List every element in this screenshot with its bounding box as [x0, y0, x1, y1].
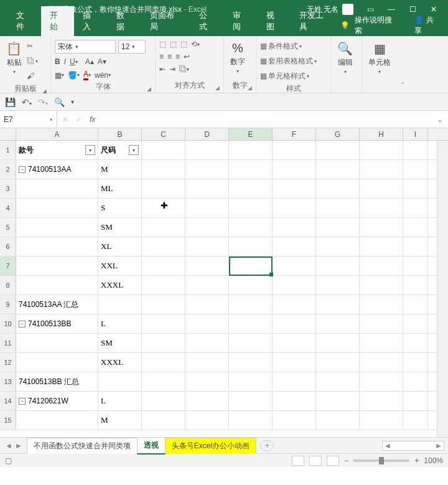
cell[interactable]: XXXL — [98, 276, 142, 294]
row-header[interactable]: 8 — [0, 276, 16, 294]
underline-button[interactable]: U ▾ — [70, 57, 78, 66]
align-center-button[interactable]: ≡ — [167, 52, 172, 61]
cell[interactable] — [185, 411, 229, 430]
cell[interactable] — [273, 141, 316, 159]
cell[interactable]: −74100513AA — [16, 160, 98, 179]
cell[interactable] — [273, 179, 316, 198]
cell-styles-button[interactable]: ▦单元格样式▾ — [260, 70, 309, 82]
align-middle-button[interactable]: ⬚ — [170, 40, 177, 49]
col-header[interactable]: C — [142, 128, 185, 140]
cell[interactable]: SM — [98, 334, 142, 352]
cell[interactable] — [403, 257, 428, 275]
cell[interactable] — [229, 276, 273, 294]
cell[interactable] — [403, 411, 428, 430]
sheet-tab-nav[interactable]: ◄► — [0, 441, 27, 450]
undo-button[interactable]: ↶▾ — [22, 97, 32, 107]
cell[interactable] — [185, 218, 229, 237]
cell[interactable] — [185, 141, 229, 159]
cell[interactable] — [16, 257, 98, 275]
row-header[interactable]: 2 — [0, 160, 16, 179]
increase-indent-button[interactable]: ⇥ — [169, 65, 175, 73]
cell[interactable] — [185, 295, 229, 314]
cell[interactable] — [316, 218, 360, 237]
dialog-launcher-icon[interactable]: ◢ — [248, 85, 252, 91]
table-format-button[interactable]: ▦套用表格格式▾ — [260, 55, 317, 67]
cell[interactable] — [403, 295, 428, 314]
cell[interactable] — [403, 218, 428, 237]
name-box[interactable]: E7▾ — [0, 111, 57, 128]
row-header[interactable]: 1 — [0, 141, 16, 159]
cell[interactable] — [403, 237, 428, 256]
cell[interactable] — [360, 218, 403, 237]
format-painter-button[interactable]: 🖌 — [27, 70, 38, 82]
cell[interactable] — [16, 353, 98, 372]
cell[interactable] — [229, 295, 273, 314]
cell[interactable] — [273, 276, 316, 294]
vertical-scrollbar[interactable] — [437, 141, 448, 437]
conditional-format-button[interactable]: ▦条件格式▾ — [260, 40, 302, 52]
cell[interactable] — [316, 334, 360, 352]
tab-home[interactable]: 开始 — [41, 6, 75, 36]
cell[interactable] — [185, 276, 229, 294]
cell[interactable] — [273, 237, 316, 256]
qat-customize-icon[interactable]: ▾ — [71, 98, 74, 105]
font-color-button[interactable]: A▾ — [83, 70, 91, 80]
cell[interactable] — [403, 179, 428, 198]
filter-dropdown-icon[interactable]: ▾ — [129, 145, 139, 155]
number-format-button[interactable]: %数字▾ — [228, 40, 248, 75]
cell[interactable] — [185, 334, 229, 352]
cell[interactable] — [185, 392, 229, 410]
cell[interactable] — [360, 276, 403, 294]
cell[interactable]: M — [98, 411, 142, 430]
col-header[interactable]: D — [185, 128, 229, 140]
cell[interactable] — [185, 160, 229, 179]
cell[interactable] — [185, 179, 229, 198]
cell[interactable] — [98, 372, 142, 391]
row-header[interactable]: 14 — [0, 392, 16, 410]
cell[interactable]: L — [98, 392, 142, 410]
cell[interactable]: SM — [98, 218, 142, 237]
cell[interactable] — [360, 392, 403, 410]
cell[interactable] — [229, 218, 273, 237]
cell[interactable]: M — [98, 160, 142, 179]
cell[interactable] — [316, 295, 360, 314]
cell[interactable] — [403, 372, 428, 391]
cell[interactable] — [360, 199, 403, 217]
cell[interactable] — [142, 218, 185, 237]
cell[interactable] — [16, 179, 98, 198]
collapse-icon[interactable]: − — [19, 321, 26, 327]
cut-button[interactable]: ✂ — [27, 40, 38, 52]
cell[interactable] — [316, 392, 360, 410]
align-bottom-button[interactable]: ⬚ — [180, 40, 187, 49]
row-header[interactable]: 3 — [0, 179, 16, 198]
worksheet-grid[interactable]: A B C D E F G H I 1款号▾尺码▾2−74100513AAM3M… — [0, 128, 448, 437]
tab-layout[interactable]: 页面布局 — [141, 6, 190, 36]
cell[interactable] — [229, 334, 273, 352]
enter-formula-icon[interactable]: ✓ — [76, 115, 82, 124]
tab-review[interactable]: 审阅 — [224, 6, 258, 36]
cell[interactable] — [273, 392, 316, 410]
tab-file[interactable]: 文件 — [7, 6, 41, 36]
col-header[interactable]: A — [16, 128, 98, 140]
cell[interactable] — [185, 199, 229, 217]
tab-insert[interactable]: 插入 — [74, 6, 108, 36]
cell[interactable] — [229, 160, 273, 179]
cell[interactable]: −74100513BB — [16, 314, 98, 333]
bold-button[interactable]: B — [55, 57, 60, 66]
orientation-button[interactable]: ⟲▾ — [191, 40, 200, 49]
cell[interactable] — [185, 372, 229, 391]
cell[interactable] — [16, 199, 98, 217]
cell[interactable] — [185, 314, 229, 333]
cell[interactable] — [316, 237, 360, 256]
tab-data[interactable]: 数据 — [108, 6, 141, 36]
share-button[interactable]: 👤 共享 — [414, 15, 441, 36]
cell[interactable] — [316, 353, 360, 372]
zoom-out-button[interactable]: − — [344, 456, 348, 465]
cell[interactable] — [360, 411, 403, 430]
cell[interactable] — [360, 295, 403, 314]
copy-button[interactable]: ⿻▾ — [27, 55, 38, 67]
record-macro-icon[interactable]: ▢ — [5, 456, 12, 465]
cell[interactable] — [142, 257, 185, 275]
cell[interactable] — [360, 353, 403, 372]
cell[interactable] — [229, 237, 273, 256]
